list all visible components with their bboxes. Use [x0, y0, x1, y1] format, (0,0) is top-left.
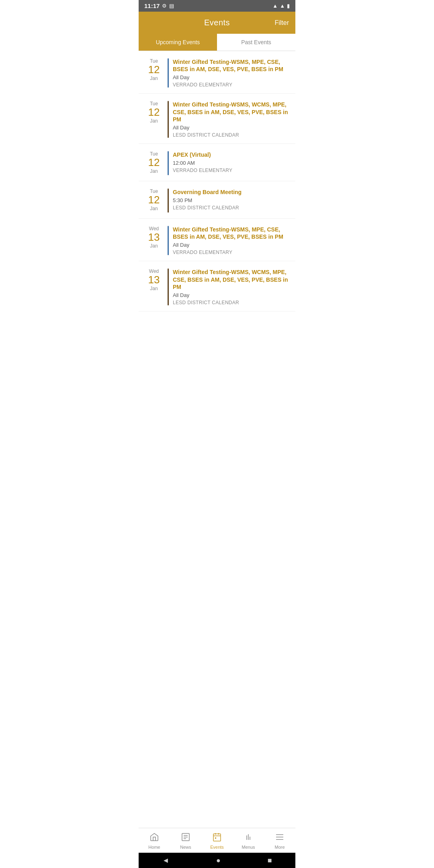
day-name: Tue: [144, 101, 164, 106]
event-time: 12:00 AM: [173, 160, 290, 166]
event-item[interactable]: Wed 13 Jan Winter Gifted Testing-WSMS, W…: [139, 261, 295, 311]
month: Jan: [144, 118, 164, 124]
event-item[interactable]: Tue 12 Jan APEX (Virtual) 12:00 AM VERRA…: [139, 144, 295, 181]
day-num: 12: [144, 194, 164, 206]
day-name: Tue: [144, 58, 164, 64]
tab-upcoming[interactable]: Upcoming Events: [139, 34, 217, 51]
status-left: 11:17 ⚙ ▤: [144, 2, 174, 9]
event-item[interactable]: Wed 13 Jan Winter Gifted Testing-WSMS, M…: [139, 219, 295, 261]
event-content: Winter Gifted Testing-WSMS, MPE, CSE, BS…: [173, 226, 290, 255]
event-content: Winter Gifted Testing-WSMS, WCMS, MPE, C…: [173, 101, 290, 138]
month: Jan: [144, 168, 164, 174]
day-name: Tue: [144, 188, 164, 194]
event-item[interactable]: Tue 12 Jan Winter Gifted Testing-WSMS, W…: [139, 94, 295, 144]
event-separator: [168, 226, 169, 255]
event-location: VERRADO ELEMENTARY: [173, 250, 290, 255]
event-content: APEX (Virtual) 12:00 AM VERRADO ELEMENTA…: [173, 151, 290, 173]
status-right: ▲ ▲ ▮: [272, 3, 290, 9]
event-time: All Day: [173, 292, 290, 298]
event-title: Winter Gifted Testing-WSMS, MPE, CSE, BS…: [173, 58, 290, 73]
day-name: Tue: [144, 151, 164, 157]
event-content: Winter Gifted Testing-WSMS, WCMS, MPE, C…: [173, 268, 290, 305]
event-location: VERRADO ELEMENTARY: [173, 82, 290, 88]
status-time: 11:17: [144, 2, 160, 9]
month: Jan: [144, 76, 164, 81]
events-list: Tue 12 Jan Winter Gifted Testing-WSMS, M…: [139, 51, 295, 336]
event-title: Winter Gifted Testing-WSMS, MPE, CSE, BS…: [173, 226, 290, 240]
settings-icon: ⚙: [162, 3, 167, 9]
event-separator: [168, 58, 169, 88]
event-time: All Day: [173, 125, 290, 131]
tab-past[interactable]: Past Events: [217, 34, 295, 51]
event-item[interactable]: Tue 12 Jan Governing Board Meeting 5:30 …: [139, 181, 295, 219]
event-title: APEX (Virtual): [173, 151, 290, 158]
event-content: Governing Board Meeting 5:30 PM LESD DIS…: [173, 188, 290, 211]
event-location: VERRADO ELEMENTARY: [173, 168, 290, 173]
event-separator: [168, 268, 169, 305]
event-item[interactable]: Tue 12 Jan Winter Gifted Testing-WSMS, M…: [139, 51, 295, 94]
page-title: Events: [204, 18, 230, 27]
event-title: Winter Gifted Testing-WSMS, WCMS, MPE, C…: [173, 268, 290, 291]
month: Jan: [144, 243, 164, 249]
month: Jan: [144, 286, 164, 291]
event-time: 5:30 PM: [173, 197, 290, 203]
event-time: All Day: [173, 242, 290, 248]
event-separator: [168, 101, 169, 138]
event-date: Wed 13 Jan: [144, 226, 164, 249]
month: Jan: [144, 206, 164, 211]
day-num: 12: [144, 157, 164, 168]
event-location: LESD DISTRICT CALENDAR: [173, 300, 290, 305]
filter-button[interactable]: Filter: [274, 19, 289, 27]
event-location: LESD DISTRICT CALENDAR: [173, 132, 290, 138]
event-time: All Day: [173, 74, 290, 80]
event-date: Wed 13 Jan: [144, 268, 164, 291]
event-content: Winter Gifted Testing-WSMS, MPE, CSE, BS…: [173, 58, 290, 88]
event-separator: [168, 151, 169, 175]
signal-icon: ▲: [280, 3, 285, 9]
event-date: Tue 12 Jan: [144, 101, 164, 124]
event-separator: [168, 188, 169, 213]
header: Events Filter: [139, 12, 295, 34]
event-date: Tue 12 Jan: [144, 188, 164, 211]
day-num: 12: [144, 106, 164, 118]
event-date: Tue 12 Jan: [144, 58, 164, 81]
event-location: LESD DISTRICT CALENDAR: [173, 205, 290, 211]
event-title: Governing Board Meeting: [173, 188, 290, 196]
day-num: 13: [144, 231, 164, 243]
wifi-icon: ▲: [272, 3, 278, 9]
day-num: 13: [144, 274, 164, 286]
day-num: 12: [144, 64, 164, 76]
event-date: Tue 12 Jan: [144, 151, 164, 174]
day-name: Wed: [144, 226, 164, 231]
event-title: Winter Gifted Testing-WSMS, WCMS, MPE, C…: [173, 101, 290, 123]
sim-icon: ▤: [169, 3, 174, 9]
battery-icon: ▮: [287, 3, 290, 9]
status-bar: 11:17 ⚙ ▤ ▲ ▲ ▮: [139, 0, 295, 12]
day-name: Wed: [144, 268, 164, 274]
tab-bar: Upcoming Events Past Events: [139, 34, 295, 51]
